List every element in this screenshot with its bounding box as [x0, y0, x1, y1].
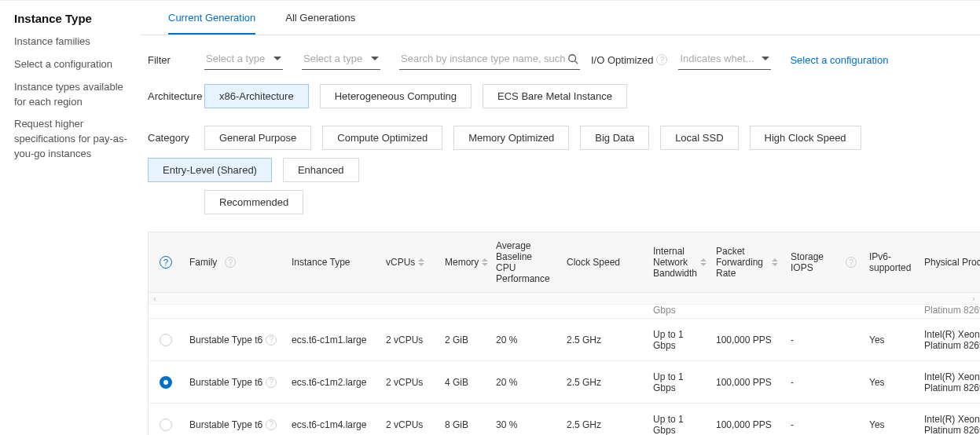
chevron-right-icon: ›	[972, 294, 975, 303]
col-processor: Physical Processor	[918, 249, 980, 276]
help-icon[interactable]: ?	[160, 256, 172, 269]
col-baseline: Average Baseline CPU Performance	[490, 232, 560, 292]
cell-clock: 2.5 GHz	[560, 327, 647, 353]
sidebar-title: Instance Type	[14, 12, 134, 25]
col-instance-type: Instance Type	[285, 249, 380, 276]
cell-vcpu: 2 vCPUs	[380, 327, 439, 353]
sort-icon	[700, 258, 707, 266]
select-configuration-link[interactable]: Select a configuration	[790, 54, 888, 66]
col-ipv6: IPv6-supported	[863, 243, 918, 281]
col-iops: Storage IOPS?	[784, 243, 863, 281]
col-vcpus[interactable]: vCPUs	[380, 249, 439, 276]
cell-vcpu: 2 vCPUs	[380, 411, 439, 436]
chevron-down-icon	[273, 57, 281, 60]
sort-icon	[418, 258, 424, 266]
filter-type-select-2[interactable]: Select a type	[302, 49, 380, 70]
row-radio[interactable]	[160, 419, 172, 431]
sidebar-item[interactable]: Request higher specifications for pay-as…	[14, 117, 134, 162]
cell-ipv6: Yes	[863, 369, 918, 396]
help-icon[interactable]: ?	[225, 257, 236, 268]
svg-point-0	[569, 54, 576, 61]
arch-heterogeneous[interactable]: Heterogeneous Computing	[320, 84, 472, 108]
io-optimized-label: I/O Optimized ?	[591, 54, 667, 66]
cat-localssd[interactable]: Local SSD	[660, 126, 738, 150]
cell-family: Burstable Type t6 ?	[183, 327, 285, 353]
help-icon[interactable]: ?	[266, 419, 277, 430]
cell-baseline: 30 %	[490, 411, 560, 436]
filter-row: Filter Select a type Select a type I/O O…	[140, 35, 980, 84]
table-row[interactable]: Burstable Type t6 ?ecs.t6-c1m4.large2 vC…	[149, 404, 980, 435]
cat-memory[interactable]: Memory Optimized	[453, 126, 569, 150]
generation-tabs: Current Generation All Generations	[140, 1, 980, 35]
horizontal-scroll-hint[interactable]: ‹›	[149, 293, 980, 305]
cat-entry-level[interactable]: Entry-Level (Shared)	[148, 158, 272, 182]
sort-icon	[772, 258, 778, 266]
row-radio[interactable]	[160, 376, 172, 389]
cell-family: Burstable Type t6 ?	[183, 411, 285, 436]
col-help: ?	[149, 248, 183, 276]
help-icon[interactable]: ?	[266, 334, 277, 345]
cell-band: Up to 1 Gbps	[647, 321, 710, 359]
cell-iops: -	[784, 411, 863, 436]
cell-mem: 2 GiB	[439, 327, 490, 353]
tab-all-generations[interactable]: All Generations	[285, 1, 355, 35]
cell-ipv6: Yes	[863, 411, 918, 436]
col-bandwidth[interactable]: Internal Network Bandwidth	[647, 238, 710, 287]
svg-line-1	[575, 60, 578, 64]
col-pps[interactable]: Packet Forwarding Rate	[710, 238, 784, 287]
cell-itype: ecs.t6-c1m1.large	[285, 327, 380, 353]
sort-icon	[482, 258, 488, 266]
help-icon[interactable]: ?	[656, 54, 667, 65]
cell-clock: 2.5 GHz	[560, 411, 647, 436]
chevron-down-icon	[371, 57, 379, 60]
arch-bare-metal[interactable]: ECS Bare Metal Instance	[483, 84, 627, 108]
cell-clock: 2.5 GHz	[560, 369, 647, 396]
sidebar: Instance Type Instance families Select a…	[0, 1, 140, 435]
tab-current-generation[interactable]: Current Generation	[168, 1, 255, 35]
cell-pps: 100,000 PPS	[710, 327, 784, 353]
select-placeholder: Select a type	[303, 53, 362, 64]
cell-band: Up to 1 Gbps	[647, 364, 710, 401]
search-input[interactable]	[401, 53, 567, 64]
table-body: Burstable Type t6 ?ecs.t6-c1m1.large2 vC…	[149, 319, 980, 435]
col-memory[interactable]: Memory	[439, 249, 490, 276]
search-icon	[567, 53, 578, 64]
help-icon[interactable]: ?	[846, 257, 857, 268]
cell-mem: 4 GiB	[439, 369, 490, 396]
select-placeholder: Select a type	[206, 53, 265, 64]
filter-label: Filter	[148, 54, 204, 66]
io-optimized-select[interactable]: Indicates whet...	[678, 49, 771, 70]
chevron-down-icon	[762, 57, 769, 60]
arch-x86[interactable]: x86-Architecture	[204, 84, 309, 108]
row-radio[interactable]	[160, 334, 172, 346]
cat-bigdata[interactable]: Big Data	[580, 126, 649, 150]
table-row-partial: Gbps Platinum 8269CY	[149, 305, 980, 319]
cat-recommended[interactable]: Recommended	[204, 190, 303, 214]
cell-baseline: 20 %	[490, 369, 560, 396]
cat-general[interactable]: General Purpose	[204, 126, 311, 150]
cell-band: Up to 1 Gbps	[647, 406, 710, 436]
main-content: Current Generation All Generations Filte…	[140, 1, 980, 435]
cell-proc: Intel(R) Xeon(R) Platinum 8269CY	[918, 321, 980, 359]
category-row: Category General Purpose Compute Optimiz…	[140, 126, 980, 232]
cell-itype: ecs.t6-c1m4.large	[285, 411, 380, 436]
chevron-left-icon: ‹	[153, 294, 156, 303]
table-row[interactable]: Burstable Type t6 ?ecs.t6-c1m1.large2 vC…	[149, 319, 980, 361]
cat-enhanced[interactable]: Enhanced	[283, 158, 359, 182]
cell-pps: 100,000 PPS	[710, 411, 784, 436]
table-row[interactable]: Burstable Type t6 ?ecs.t6-c1m2.large2 vC…	[149, 361, 980, 404]
cell-itype: ecs.t6-c1m2.large	[285, 369, 380, 396]
sidebar-item[interactable]: Instance types available for each region	[14, 80, 134, 110]
select-placeholder: Indicates whet...	[680, 53, 754, 64]
sidebar-item[interactable]: Select a configuration	[14, 57, 134, 72]
instance-table: ? Family? Instance Type vCPUs Memory Ave…	[148, 232, 980, 435]
filter-type-select-1[interactable]: Select a type	[204, 49, 283, 70]
cat-highclock[interactable]: High Clock Speed	[750, 126, 861, 150]
help-icon[interactable]: ?	[266, 377, 277, 388]
table-header: ? Family? Instance Type vCPUs Memory Ave…	[149, 232, 980, 293]
cell-iops: -	[784, 369, 863, 396]
col-family: Family?	[183, 249, 285, 276]
search-box[interactable]	[399, 49, 580, 70]
sidebar-item[interactable]: Instance families	[14, 35, 134, 49]
cat-compute[interactable]: Compute Optimized	[322, 126, 442, 150]
